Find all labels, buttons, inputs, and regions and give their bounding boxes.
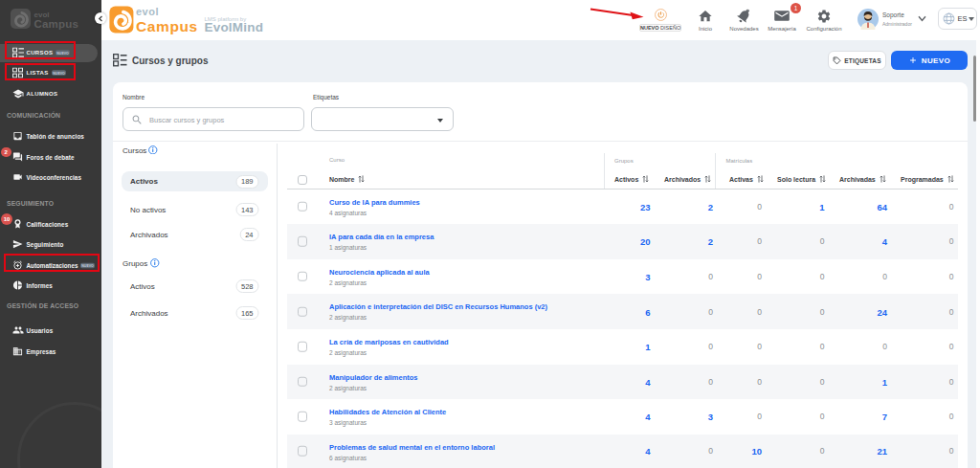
svg-text:Campus: Campus (136, 18, 198, 34)
svg-text:evol: evol (136, 6, 159, 17)
svg-text:Campus: Campus (34, 18, 79, 30)
svg-text:EvolMind: EvolMind (205, 20, 264, 34)
